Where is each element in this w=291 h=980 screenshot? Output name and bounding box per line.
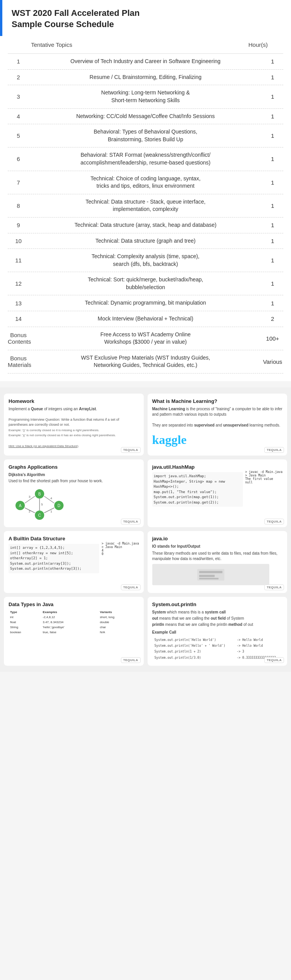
machine-learning-card: What is Machine Learning? Machine Learni…	[148, 394, 288, 456]
datatype-type: int	[9, 615, 41, 620]
datatypes-card: Data Types in Java Type Examples Variant…	[4, 597, 144, 666]
hours-column-header: Hour(s)	[248, 41, 268, 48]
table-row: 13Technical: Dynamic programming, bit ma…	[8, 295, 283, 311]
row-number: Bonus Materials	[8, 355, 29, 368]
datatype-variant: char	[98, 625, 139, 630]
println-card: System.out.println System which means th…	[148, 597, 288, 666]
javaio-subtitle: IO stands for Input/Output	[152, 544, 283, 549]
homework-badge: TEQUILA	[121, 445, 141, 452]
row-number: 2	[8, 74, 29, 81]
javaio-desc: These library methods are used to write …	[152, 551, 283, 562]
dt-col-examples: Examples	[41, 610, 98, 615]
println-result: -> 3	[235, 649, 282, 654]
row-hours: 1	[262, 93, 283, 100]
datatype-row: String'hello','goodbye'char	[9, 625, 139, 630]
row-number: 6	[8, 156, 29, 162]
table-row: 5Behavioral: Types of Behavioral Questio…	[8, 124, 283, 147]
dt-col-type: Type	[9, 610, 41, 615]
datatype-type: String	[9, 625, 41, 630]
topic-column-header: Tentative Topics	[31, 41, 72, 48]
ml-title: What is Machine Learning?	[152, 398, 283, 404]
row-hours: Various	[262, 358, 283, 365]
row-number: 11	[8, 257, 29, 264]
row-number: 4	[8, 113, 29, 120]
table-row: 3Networking: Long-term Networking & Shor…	[8, 85, 283, 108]
table-row: 8Technical: Data structure - Stack, queu…	[8, 194, 283, 218]
builtin-code: int[] array = {1,2,3,4,5}; int[] otherAr…	[9, 544, 99, 573]
homework-title: Homework	[9, 398, 139, 404]
io-chart-svg	[195, 567, 226, 583]
hashmap-output: > javac -d Main.java > Java Main The fir…	[245, 464, 282, 507]
table-row: 4Networking: CC/Cold Message/Coffee Chat…	[8, 109, 283, 125]
javaio-body: IO stands for Input/Output These library…	[152, 544, 283, 585]
table-row: 1Overview of Tech Industry and Career in…	[8, 54, 283, 70]
row-hours: 1	[262, 238, 283, 244]
svg-line-7	[44, 496, 54, 503]
datatype-type: boolean	[9, 630, 41, 635]
datatype-example: -2,4,8,12	[41, 615, 98, 620]
tequila-badge-3: TEQUILA	[121, 519, 141, 524]
svg-text:2: 2	[29, 510, 31, 513]
table-row: 6Behavioral: STAR Format (weakness/stren…	[8, 147, 283, 171]
row-number: 13	[8, 300, 29, 307]
row-number: 5	[8, 132, 29, 139]
tequila-badge-2: TEQUILA	[264, 447, 284, 453]
println-example-row: System.out.println(1 + 2)-> 3	[153, 649, 282, 654]
row-hours: 1	[262, 58, 283, 65]
builtin-badge: TEQUILA	[121, 583, 141, 590]
row-hours: 1	[262, 300, 283, 307]
svg-text:4: 4	[50, 497, 52, 500]
row-number: 1	[8, 58, 29, 65]
table-row: 7Technical: Choice of coding language, s…	[8, 171, 283, 194]
println-title: System.out.println	[152, 601, 283, 607]
table-row: 10Technical: Data structure (graph and t…	[8, 233, 283, 249]
row-number: 14	[8, 315, 29, 322]
builtin-output: > javac -d Main.java > Java Main 4 0	[102, 536, 139, 573]
row-topic: Free Access to WST Academy Online Worksh…	[29, 331, 262, 346]
println-call: System.out.println('Hello' + ' World')	[153, 643, 234, 648]
row-hours: 1	[262, 257, 283, 264]
row-topic: Behavioral: STAR Format (weakness/streng…	[29, 151, 262, 166]
row-topic: Mock Interview (Behavioral + Technical)	[29, 315, 262, 323]
row-topic: Technical: Data structure (array, stack,…	[29, 221, 262, 229]
page-header: WST 2020 Fall Accelerated Plan Sample Co…	[0, 0, 291, 36]
println-body: System which means this is a system call…	[152, 610, 283, 661]
datatypes-badge: TEQUILA	[121, 656, 141, 663]
println-call: System.out.println(1 + 2)	[153, 649, 234, 654]
row-topic: Networking: Long-term Networking & Short…	[29, 89, 262, 104]
table-row: Bonus MaterialsWST Exclusive Prep Materi…	[8, 350, 283, 373]
cards-section: Homework Implement a Queue of integers u…	[0, 387, 291, 672]
row-topic: Networking: CC/Cold Message/Coffee Chat/…	[29, 113, 262, 120]
cards-grid: Homework Implement a Queue of integers u…	[4, 394, 287, 666]
table-row: 11Technical: Complexity analysis (time, …	[8, 249, 283, 272]
table-row: 14Mock Interview (Behavioral + Technical…	[8, 311, 283, 327]
tequila-badge-1: TEQUILA	[121, 447, 141, 453]
row-hours: 1	[262, 74, 283, 81]
graphs-card: Graphs Applications Dijkstra's Algorithm…	[4, 459, 144, 527]
tequila-badge-7: TEQUILA	[121, 657, 141, 663]
svg-text:C: C	[38, 513, 41, 517]
row-hours: 1	[262, 222, 283, 228]
row-topic: Technical: Complexity analysis (time, sp…	[29, 253, 262, 268]
datatype-row: float3.47, 8.343234double	[9, 620, 139, 625]
hashmap-code: import java.util.HashMap; HashMap<Intege…	[152, 472, 243, 507]
row-topic: Technical: Sort: quick/merge, bucket/rad…	[29, 276, 262, 291]
svg-text:D: D	[57, 504, 60, 508]
svg-text:5: 5	[41, 503, 43, 506]
table-header: Tentative Topics Hour(s)	[8, 36, 283, 54]
println-example-row: System.out.println('Hello' + ' World')->…	[153, 643, 282, 648]
graphs-body: Dijkstra's Algorithm Used to find the sh…	[9, 472, 139, 523]
schedule-table: Tentative Topics Hour(s) 1Overview of Te…	[0, 36, 291, 381]
tequila-badge-5: TEQUILA	[121, 584, 141, 590]
svg-rect-17	[199, 578, 219, 579]
row-topic: Resume / CL Brainstorming, Editing, Fina…	[29, 74, 262, 81]
datatype-row: booleantrue, falseN/A	[9, 630, 139, 635]
javaio-badge: TEQUILA	[264, 583, 284, 590]
println-example-row: System.out.println('Hello World')-> Hell…	[153, 637, 282, 642]
datatype-example: 3.47, 8.343234	[41, 620, 98, 625]
svg-line-8	[44, 508, 54, 513]
println-call: System.out.println(1/3.0)	[153, 655, 234, 660]
svg-text:B: B	[38, 492, 41, 496]
row-hours: 2	[262, 315, 283, 322]
row-hours: 1	[262, 156, 283, 162]
